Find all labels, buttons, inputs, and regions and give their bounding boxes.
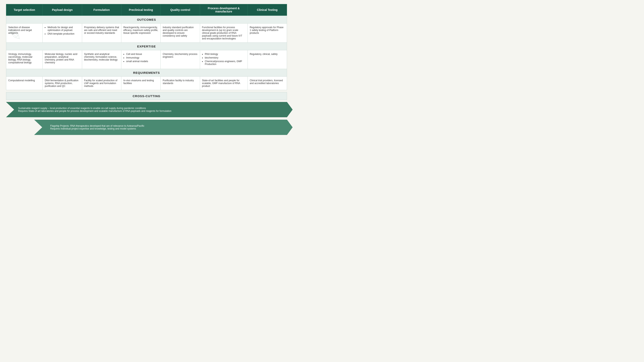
outcomes-preclinical-text: Reactogenicity, immunogenicity, efficacy… <box>123 26 158 34</box>
expertise-row: Virology, immunology, vaccinology, molec… <box>6 50 287 69</box>
expertise-qc-text: Chemistry, biochemistry process engineer… <box>162 53 198 58</box>
outcomes-payload-item-2: DNA template production <box>48 32 80 35</box>
expertise-clinical: Regulatory, clinical, safety <box>248 50 287 69</box>
requirements-label: REQUIREMENTS <box>6 69 287 77</box>
expertise-quality-control: Chemistry, biochemistry process engineer… <box>160 50 200 69</box>
expertise-formulation-text: Synthetic and analytical chemistry, form… <box>84 53 118 61</box>
expertise-formulation: Synthetic and analytical chemistry, form… <box>82 50 121 69</box>
expertise-payload-design: Molecular biology, nucleic acid preparat… <box>43 50 82 69</box>
expertise-preclinical: Cell and tissue Immunology small animal … <box>121 50 160 69</box>
requirements-formulation-text: Facility for scaled production of LNP re… <box>84 79 117 87</box>
outcomes-section-header: OUTCOMES <box>6 16 287 23</box>
header-preclinical: Preclinical testing <box>121 4 160 16</box>
outcomes-payload-design: Methods for design and optimisation of p… <box>43 23 82 43</box>
requirements-target-text: Computational modelling <box>8 79 35 82</box>
outcomes-process-text: Functional facilities for process develo… <box>202 26 242 40</box>
requirements-clinical: Clinical trial providers, licensed and a… <box>248 77 287 90</box>
cross-cutting-banner-2-text: Flagship Projects- RNA therapeutics deve… <box>50 124 144 130</box>
header-formulation: Formulation <box>82 4 121 16</box>
cross-cutting-section: CROSS-CUTTING Sustainable reagent supply… <box>6 92 287 135</box>
header-clinical-testing: Clinical Testing <box>248 4 287 16</box>
expertise-preclinical-list: Cell and tissue Immunology small animal … <box>126 53 158 63</box>
requirements-quality-control: Purification facility to industry standa… <box>160 77 200 90</box>
outcomes-clinical: Regulatory approvals for Phase 1 safety … <box>248 23 287 43</box>
expertise-process-item-2: biochemistry <box>205 56 246 59</box>
outcomes-qc-text: Industry standard purification and quali… <box>162 26 194 37</box>
outcomes-row: Selection of disease indication/s and ta… <box>6 23 287 43</box>
header-quality-control: Quality control <box>160 4 200 16</box>
expertise-preclinical-item-2: Immunology <box>126 56 158 59</box>
outcomes-payload-list: Methods for design and optimisation of p… <box>48 26 80 35</box>
cross-cutting-header: CROSS-CUTTING <box>6 92 287 100</box>
expertise-process-item-3: Chemical/process engineers, GMP Producti… <box>205 60 246 65</box>
outcomes-preclinical: Reactogenicity, immunogenicity, efficacy… <box>121 23 160 43</box>
expertise-process-list: RNA biology biochemistry Chemical/proces… <box>205 53 246 65</box>
cross-cutting-arrow-2: Flagship Projects- RNA therapeutics deve… <box>34 120 287 135</box>
expertise-preclinical-item-1: Cell and tissue <box>126 53 158 55</box>
expertise-target-selection: Virology, immunology, vaccinology, molec… <box>6 50 43 69</box>
outcomes-target-selection: Selection of disease indication/s and ta… <box>6 23 43 43</box>
expertise-preclinical-item-3: small animal models <box>126 60 158 63</box>
requirements-row: Computational modelling DNA fermentation… <box>6 77 287 90</box>
cross-cutting-banner-2: Flagship Projects- RNA therapeutics deve… <box>6 119 287 135</box>
outcomes-quality-control: Industry standard purification and quali… <box>160 23 200 43</box>
header-target-selection: Target selection <box>6 4 43 16</box>
requirements-process-dev: State-of-art facilities and people for s… <box>200 77 248 90</box>
expertise-process-item-1: RNA biology <box>205 53 246 55</box>
outcomes-formulation: Proprietary delivery systems that are sa… <box>82 23 121 43</box>
requirements-payload-text: DNA fermentation & purification systems,… <box>45 79 78 87</box>
requirements-clinical-text: Clinical trial providers, licensed and a… <box>250 79 283 85</box>
cross-cutting-banner-1-text: Sustainable reagent supply – local produ… <box>18 107 172 112</box>
header-payload-design: Payload design <box>43 4 82 16</box>
requirements-formulation: Facility for scaled production of LNP re… <box>82 77 121 90</box>
expertise-target-text: Virology, immunology, vaccinology, molec… <box>8 53 32 64</box>
expertise-label: EXPERTISE <box>6 43 287 50</box>
watermark-icon: ✎ <box>8 25 24 42</box>
expertise-clinical-text: Regulatory, clinical, safety <box>250 53 278 55</box>
requirements-target-selection: Computational modelling <box>6 77 43 90</box>
expertise-payload-text: Molecular biology, nucleic acid preparat… <box>45 53 77 64</box>
outcomes-payload-item-1: Methods for design and optimisation of p… <box>48 26 80 31</box>
requirements-section-header: REQUIREMENTS <box>6 69 287 77</box>
outcomes-formulation-text: Proprietary delivery systems that are sa… <box>84 26 119 34</box>
expertise-process-dev: RNA biology biochemistry Chemical/proces… <box>200 50 248 69</box>
outcomes-label: OUTCOMES <box>6 16 287 23</box>
requirements-preclinical: In-vivo vivariums and testing facilities <box>121 77 160 90</box>
requirements-preclinical-text: In-vivo vivariums and testing facilities <box>123 79 154 85</box>
cross-cutting-arrow-1: Sustainable reagent supply – local produ… <box>6 102 287 117</box>
cross-cutting-banner-1: Sustainable reagent supply – local produ… <box>6 102 287 118</box>
header-table: Target selection Payload design Formulat… <box>6 4 287 16</box>
header-process-dev: Process development & manufacture <box>200 4 248 16</box>
expertise-section-header: EXPERTISE <box>6 43 287 50</box>
requirements-qc-text: Purification facility to industry standa… <box>162 79 194 85</box>
requirements-process-text: State-of-art facilities and people for s… <box>202 79 240 87</box>
main-container: Target selection Payload design Formulat… <box>0 0 293 141</box>
content-table: OUTCOMES Selection of disease indication… <box>6 16 287 90</box>
outcomes-clinical-text: Regulatory approvals for Phase 1 safety … <box>250 26 284 34</box>
outcomes-process-dev: Functional facilities for process develo… <box>200 23 248 43</box>
requirements-payload-design: DNA fermentation & purification systems,… <box>43 77 82 90</box>
